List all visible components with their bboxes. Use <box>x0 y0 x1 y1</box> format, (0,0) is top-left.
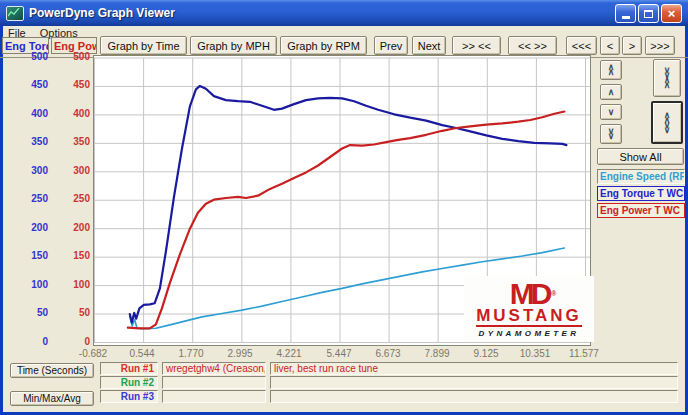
chevron-up-icon: ∧ <box>608 90 615 95</box>
prev-button[interactable]: Prev <box>374 36 408 55</box>
chevron-down-icon: ∨ <box>608 110 615 115</box>
mustang-dynamometer-logo: MD® MUSTANG DYNAMOMETER <box>464 276 594 342</box>
torque-tick-label: 350 <box>20 136 48 147</box>
torque-tick-label: 450 <box>20 79 48 90</box>
pan-left-button[interactable]: < <box>600 36 620 55</box>
run-name-field-3[interactable] <box>162 390 266 403</box>
scroll-up-fast-button[interactable]: ∧ ∧ <box>600 60 622 80</box>
registered-mark: ® <box>551 281 556 307</box>
pan-right-fast-button[interactable]: >>> <box>645 36 675 55</box>
window-title: PowerDyne Graph Viewer <box>29 6 175 20</box>
torque-tick-label: 100 <box>20 279 48 290</box>
torque-tick-label: 400 <box>20 108 48 119</box>
time-tick-label: 6.673 <box>365 348 411 359</box>
torque-tick-label: 50 <box>20 307 48 318</box>
mustang-text: MUSTANG <box>476 307 582 327</box>
graph-by-mph-button[interactable]: Graph by MPH <box>190 36 277 55</box>
run-comment-field-2[interactable] <box>270 376 678 389</box>
graph-by-rpm-button[interactable]: Graph by RPM <box>280 36 367 55</box>
graph-by-time-button[interactable]: Graph by Time <box>100 36 187 55</box>
powerdyne-window: PowerDyne Graph Viewer × File Options En… <box>0 0 688 415</box>
minimize-icon <box>622 16 630 19</box>
legend-item-eng-torque-t-wc[interactable]: Eng Torque T WC <box>597 186 685 201</box>
zoom-out-y-button[interactable]: ∧ ∧ ∨ ∨ <box>651 101 683 144</box>
power-tick-label: 400 <box>62 108 90 119</box>
time-axis-button[interactable]: Time (Seconds) <box>10 363 94 378</box>
run-label-2: Run #2 <box>100 376 158 389</box>
run-comment-field-1[interactable]: liver, best run race tune <box>270 362 678 375</box>
torque-tick-label: 150 <box>20 250 48 261</box>
dynamometer-text: DYNAMOMETER <box>479 329 580 338</box>
scroll-up-button[interactable]: ∧ <box>600 84 622 100</box>
time-tick-label: 5.447 <box>316 348 362 359</box>
time-tick-label: 7.899 <box>414 348 460 359</box>
run-comment-field-3[interactable] <box>270 390 678 403</box>
torque-tick-label: 250 <box>20 193 48 204</box>
time-tick-label: -0.682 <box>70 348 116 359</box>
title-bar[interactable]: PowerDyne Graph Viewer × <box>0 0 688 26</box>
torque-tick-label: 300 <box>20 165 48 176</box>
time-tick-label: 11.577 <box>561 348 607 359</box>
time-tick-label: 4.221 <box>266 348 312 359</box>
zoom-in-x-button[interactable]: >> << <box>452 36 501 55</box>
double-chevron-up-icon: ∧ ∧ <box>608 65 615 75</box>
torque-tick-label: 200 <box>20 222 48 233</box>
min-max-avg-button[interactable]: Min/Max/Avg <box>10 391 94 406</box>
power-tick-label: 250 <box>62 193 90 204</box>
torque-tick-label: 0 <box>20 336 48 347</box>
time-tick-label: 10.351 <box>512 348 558 359</box>
power-tick-label: 450 <box>62 79 90 90</box>
power-tick-label: 150 <box>62 250 90 261</box>
show-all-button[interactable]: Show All <box>597 148 684 165</box>
power-tick-label: 350 <box>62 136 90 147</box>
app-icon <box>6 6 24 21</box>
close-button[interactable]: × <box>661 4 682 23</box>
time-tick-label: 1.770 <box>168 348 214 359</box>
power-tick-label: 50 <box>62 307 90 318</box>
maximize-icon <box>644 10 653 18</box>
run-label-3: Run #3 <box>100 390 158 403</box>
power-tick-label: 0 <box>62 336 90 347</box>
time-tick-label: 2.995 <box>217 348 263 359</box>
run-name-field-2[interactable] <box>162 376 266 389</box>
md-logo-text: MD® <box>510 281 549 307</box>
time-tick-label: 0.544 <box>119 348 165 359</box>
torque-tick-label: 500 <box>20 51 48 62</box>
legend-item-eng-power-t-wc[interactable]: Eng Power T WC <box>597 203 685 218</box>
zoom-out-x-button[interactable]: << >> <box>508 36 557 55</box>
run-label-1: Run #1 <box>100 362 158 375</box>
time-tick-label: 9.125 <box>463 348 509 359</box>
power-tick-label: 100 <box>62 279 90 290</box>
scroll-down-button[interactable]: ∨ <box>600 104 622 120</box>
pan-left-fast-button[interactable]: <<< <box>566 36 597 55</box>
power-tick-label: 200 <box>62 222 90 233</box>
collapse-vertical-icon: ∨ ∨ ∧ ∧ <box>664 68 671 88</box>
pan-right-button[interactable]: > <box>622 36 642 55</box>
maximize-button[interactable] <box>638 4 659 23</box>
power-tick-label: 300 <box>62 165 90 176</box>
legend-item-engine-speed-rp[interactable]: Engine Speed (RP <box>597 169 685 184</box>
expand-vertical-icon: ∧ ∧ ∨ ∨ <box>664 113 671 133</box>
minimize-button[interactable] <box>615 4 636 23</box>
power-tick-label: 500 <box>62 51 90 62</box>
zoom-in-y-button[interactable]: ∨ ∨ ∧ ∧ <box>653 59 681 97</box>
run-name-field-1[interactable]: wregetghw4 (Creason, <box>162 362 266 375</box>
close-icon: × <box>668 7 676 20</box>
scroll-down-fast-button[interactable]: ∨ ∨ <box>600 124 622 144</box>
double-chevron-down-icon: ∨ ∨ <box>608 129 615 139</box>
next-button[interactable]: Next <box>412 36 446 55</box>
